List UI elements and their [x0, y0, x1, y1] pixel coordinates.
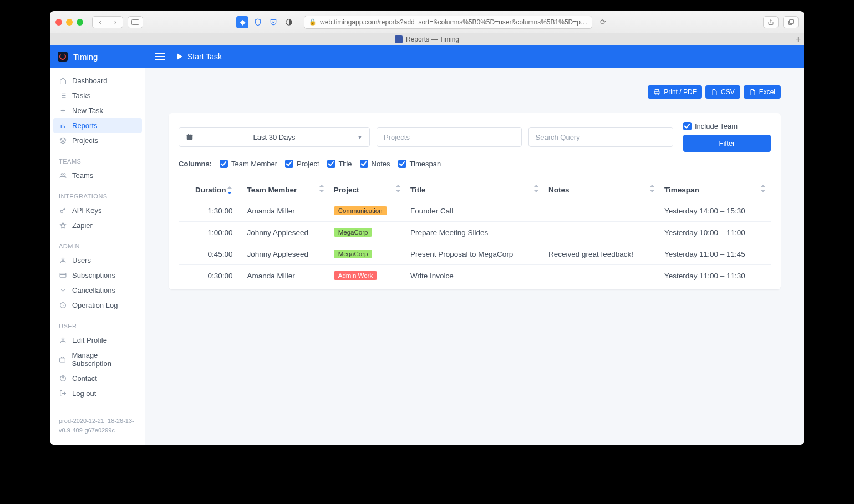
sidebar-item-label: Dashboard	[72, 77, 108, 85]
browser-chrome-top: ‹ › ◆ 🔒 web.timingapp.com/reports?add_so…	[50, 11, 804, 33]
sidebar-section-teams: TEAMS	[50, 148, 145, 168]
th-team-member[interactable]: Team Member	[243, 180, 329, 200]
checkbox-checked-icon	[683, 122, 692, 130]
extension-icon-1[interactable]: ◆	[236, 16, 248, 28]
projects-input[interactable]	[384, 133, 515, 141]
sidebar-item-subscriptions[interactable]: Subscriptions	[50, 268, 145, 283]
extension-contrast-icon[interactable]	[283, 16, 295, 28]
col-project-checkbox[interactable]: Project	[285, 160, 319, 168]
brand-name: Timing	[73, 52, 98, 62]
sidebar-item-tasks[interactable]: Tasks	[50, 88, 145, 103]
search-input[interactable]	[536, 133, 667, 141]
filter-button[interactable]: Filter	[683, 135, 771, 152]
sort-icon	[227, 187, 233, 193]
sidebar-item-zapier[interactable]: Zapier	[50, 218, 145, 233]
svg-rect-4	[790, 19, 794, 23]
th-notes[interactable]: Notes	[544, 180, 660, 200]
sidebar-item-cancellations[interactable]: Cancellations	[50, 283, 145, 298]
sidebar-item-label: Zapier	[72, 221, 93, 230]
sidebar-item-edit-profile[interactable]: Edit Profile	[50, 333, 145, 348]
users-icon	[59, 172, 67, 179]
address-bar[interactable]: 🔒 web.timingapp.com/reports?add_sort=&co…	[304, 16, 592, 29]
sidebar-item-contact[interactable]: Contact	[50, 371, 145, 386]
brand-logo-icon	[58, 52, 68, 62]
minimize-window-icon[interactable]	[66, 19, 73, 26]
cell-notes	[544, 222, 660, 243]
sidebar-section-user: USER	[50, 313, 145, 333]
sidebar-item-users[interactable]: Users	[50, 253, 145, 268]
printer-icon	[653, 89, 660, 96]
col-notes-checkbox[interactable]: Notes	[360, 160, 390, 168]
csv-label: CSV	[721, 88, 735, 96]
print-pdf-button[interactable]: Print / PDF	[648, 85, 702, 99]
cell-team-member: Johnny Appleseed	[243, 222, 329, 243]
close-window-icon[interactable]	[55, 19, 62, 26]
cell-title: Founder Call	[406, 200, 544, 222]
col-title-checkbox[interactable]: Title	[327, 160, 352, 168]
reload-button[interactable]: ⟳	[600, 18, 606, 26]
main: Start Task Print / PDF CSV Excel	[145, 45, 804, 445]
start-task-button[interactable]: Start Task	[176, 52, 222, 61]
include-team-checkbox[interactable]: Include Team	[683, 122, 771, 130]
checkbox-checked-icon	[285, 160, 293, 168]
nav-back-button[interactable]: ‹	[92, 16, 108, 28]
sidebar-item-manage-subscription[interactable]: Manage Subscription	[50, 348, 145, 371]
th-project[interactable]: Project	[329, 180, 406, 200]
th-duration[interactable]: Duration	[179, 180, 243, 200]
project-tag: Communication	[334, 206, 387, 215]
cell-duration: 0:45:00	[179, 243, 243, 265]
start-task-label: Start Task	[187, 52, 222, 61]
sidebar-item-log-out[interactable]: Log out	[50, 386, 145, 401]
sidebar-item-reports[interactable]: Reports	[53, 118, 142, 133]
date-range-label: Last 30 Days	[179, 133, 369, 141]
csv-button[interactable]: CSV	[705, 85, 740, 99]
th-team-member-label: Team Member	[247, 186, 297, 194]
caret-down-icon: ▼	[357, 134, 363, 140]
topbar: Start Task	[145, 45, 804, 68]
share-button[interactable]	[763, 16, 779, 28]
show-sidebar-button[interactable]	[128, 16, 143, 28]
svg-rect-0	[132, 19, 139, 24]
columns-label: Columns:	[179, 160, 212, 168]
table-row[interactable]: 1:00:00Johnny AppleseedMegaCorpPrepare M…	[179, 222, 771, 243]
cell-notes: Received great feedback!	[544, 243, 660, 265]
file-icon	[749, 89, 756, 96]
cell-notes	[544, 265, 660, 287]
tabs-overview-button[interactable]	[783, 16, 799, 28]
svg-rect-21	[60, 273, 66, 278]
excel-label: Excel	[759, 88, 775, 96]
extension-shield-icon[interactable]	[252, 16, 264, 28]
col-timespan-label: Timespan	[410, 160, 441, 168]
th-title[interactable]: Title	[406, 180, 544, 200]
sidebar-item-operation-log[interactable]: Operation Log	[50, 298, 145, 313]
date-range-dropdown[interactable]: Last 30 Days ▼	[179, 127, 370, 147]
excel-button[interactable]: Excel	[744, 85, 781, 99]
sidebar-item-api-keys[interactable]: API Keys	[50, 203, 145, 218]
maximize-window-icon[interactable]	[77, 19, 83, 26]
extension-pocket-icon[interactable]	[267, 16, 279, 28]
sidebar-item-teams[interactable]: Teams	[50, 168, 145, 183]
sidebar-item-new-task[interactable]: New Task	[50, 103, 145, 118]
table-row[interactable]: 0:45:00Johnny AppleseedMegaCorpPresent P…	[179, 243, 771, 265]
th-timespan[interactable]: Timespan	[660, 180, 771, 200]
svg-point-24	[62, 338, 64, 340]
col-project-label: Project	[297, 160, 319, 168]
table-row[interactable]: 0:30:00Amanda MillerAdmin WorkWrite Invo…	[179, 265, 771, 287]
filters-row: Last 30 Days ▼ Include Team	[179, 122, 771, 152]
nav-forward-button[interactable]: ›	[108, 16, 123, 28]
col-timespan-checkbox[interactable]: Timespan	[398, 160, 441, 168]
table-row[interactable]: 1:30:00Amanda MillerCommunicationFounder…	[179, 200, 771, 222]
user-icon	[59, 257, 67, 264]
col-team-member-checkbox[interactable]: Team Member	[220, 160, 277, 168]
project-tag: MegaCorp	[334, 228, 373, 237]
sidebar-item-projects[interactable]: Projects	[50, 133, 145, 148]
new-tab-button[interactable]: +	[792, 33, 804, 45]
svg-rect-5	[789, 21, 792, 24]
sidebar-item-label: New Task	[72, 106, 103, 115]
sort-icon	[761, 186, 766, 191]
sidebar-item-dashboard[interactable]: Dashboard	[50, 73, 145, 88]
search-input-wrap	[528, 127, 674, 147]
checkbox-checked-icon	[327, 160, 336, 168]
menu-toggle-icon[interactable]	[155, 53, 165, 60]
credit-card-icon	[59, 272, 67, 279]
